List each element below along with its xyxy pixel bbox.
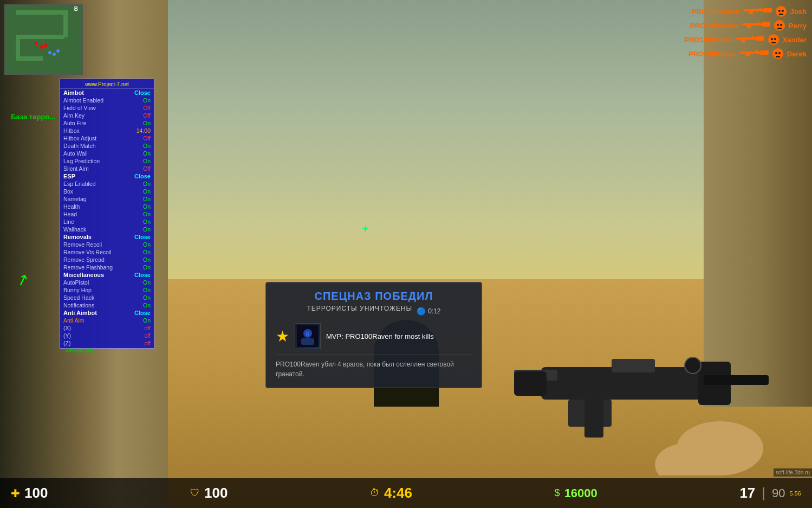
score-skull-icon-3 (768, 34, 779, 46)
win-timer-icon: 🔵 (417, 307, 426, 316)
svg-rect-38 (301, 338, 314, 345)
gun-area (460, 313, 785, 475)
map-path (63, 10, 68, 37)
watermark: soft-life.3dn.ru (774, 468, 812, 477)
svg-rect-28 (760, 50, 769, 55)
menu-row-silent-aim[interactable]: Silent AimOff (60, 165, 154, 172)
win-subtitle-row: ТЕРРОРИСТЫ УНИЧТОЖЕНЫ 🔵 0:12 (276, 305, 472, 318)
menu-row-autopistol[interactable]: AutoPistolOn (60, 279, 154, 286)
ammo-value: 17 (739, 485, 755, 501)
terror-base-label: База терро... (11, 113, 55, 121)
menu-row-esp-enabled[interactable]: Esp EnabledOn (60, 180, 154, 188)
score-row-1: PRO100Raven Josh (684, 5, 807, 17)
section-antiaimbot-close[interactable]: Close (134, 310, 151, 316)
svg-rect-9 (743, 23, 762, 25)
menu-row-remove-vis-recoil[interactable]: Remove Vis RecoilOn (60, 248, 154, 256)
menu-section-misc[interactable]: Miscellaneous Close (60, 271, 154, 279)
win-description: PRO100Raven убил 4 врагов, пока был осле… (276, 355, 472, 379)
win-avatar-image: R (295, 324, 320, 349)
hud-ammo-section: 17 | 90 5.56 (739, 485, 801, 501)
score-weapon-icon-4 (740, 48, 770, 60)
menu-row-x[interactable]: (X)off (60, 324, 154, 332)
score-skull-icon-2 (774, 20, 785, 31)
win-subtitle: ТЕРРОРИСТЫ УНИЧТОЖЕНЫ (307, 305, 412, 312)
svg-point-15 (777, 24, 779, 26)
svg-rect-4 (759, 8, 761, 9)
win-mvp-text: MVP: PRO100Raven for most kills (326, 332, 434, 340)
scoreboard: PRO100Raven Josh PRO100Raven (684, 5, 807, 62)
menu-row-wallhack[interactable]: WallhackOn (60, 226, 154, 233)
svg-rect-47 (612, 359, 655, 372)
menu-row-box[interactable]: BoxOn (60, 188, 154, 195)
svg-point-24 (771, 38, 773, 40)
minimap: B (4, 4, 83, 75)
menu-row-notifications[interactable]: NotificationsOn (60, 301, 154, 309)
menu-section-esp[interactable]: ESP Close (60, 172, 154, 180)
svg-rect-20 (741, 40, 745, 42)
score-team-name-4: PRO100Raven (688, 50, 737, 58)
cheat-menu[interactable]: www.Project-7.net Aimbot Close Aimbot En… (60, 79, 154, 349)
menu-row-aimkey[interactable]: Aim KeyOff (60, 112, 154, 119)
svg-point-33 (775, 52, 777, 54)
map-dot-enemy (35, 42, 38, 45)
menu-row-y[interactable]: (Y)off (60, 332, 154, 339)
menu-section-aimbot[interactable]: Aimbot Close (60, 89, 154, 97)
svg-rect-18 (737, 37, 756, 40)
section-esp-close[interactable]: Close (134, 173, 151, 179)
menu-row-z[interactable]: (Z)off (60, 339, 154, 347)
map-dot-team (56, 49, 60, 53)
weapon-name: 5.56 (790, 490, 801, 497)
score-weapon-icon-2 (742, 20, 771, 31)
menu-row-head[interactable]: HeadOn (60, 210, 154, 218)
win-timer-value: 0:12 (428, 307, 440, 315)
menu-row-speedhack[interactable]: Speed HackOn (60, 294, 154, 301)
section-aimbot-label: Aimbot (63, 89, 84, 96)
svg-rect-3 (743, 10, 745, 11)
timer-icon: ⏱ (370, 487, 380, 499)
svg-rect-11 (747, 25, 751, 28)
svg-rect-22 (752, 36, 753, 37)
menu-row-anti-aim[interactable]: Anti AimOn (60, 317, 154, 324)
armor-icon: 🛡 (190, 487, 200, 499)
menu-row-remove-spread[interactable]: Remove SpreadOn (60, 256, 154, 263)
menu-row-hitbox[interactable]: Hitbox14:00 (60, 127, 154, 134)
menu-row-hitbox-adjust[interactable]: Hitbox AdjustOff (60, 134, 154, 142)
menu-row-bunnyhop[interactable]: Bunny HopOn (60, 286, 154, 294)
score-enemy-name-3: Xander (783, 36, 807, 44)
svg-rect-35 (776, 56, 780, 57)
win-star-icon: ★ (276, 327, 289, 345)
menu-row-fov[interactable]: Field of ViewOff (60, 104, 154, 112)
menu-row-aimbot-enabled[interactable]: Aimbot EnabledOn (60, 97, 154, 104)
menu-row-autowall[interactable]: Auto WallOn (60, 150, 154, 157)
map-dot-enemy (44, 44, 47, 47)
minimap-label-b: B (74, 6, 78, 12)
win-timer: 🔵 0:12 (417, 307, 440, 316)
menu-row-remove-recoil[interactable]: Remove RecoilOn (60, 241, 154, 248)
svg-rect-46 (704, 375, 769, 385)
hud-money-section: $ 16000 (555, 486, 597, 500)
section-misc-label: Miscellaneous (63, 272, 104, 278)
svg-rect-21 (736, 38, 738, 39)
menu-row-nametag[interactable]: NametagOn (60, 195, 154, 203)
section-removals-close[interactable]: Close (134, 234, 151, 240)
hud-health-section: ✚ 100 (11, 485, 48, 501)
menu-row-remove-flashbang[interactable]: Remove FlashbangOn (60, 263, 154, 271)
section-misc-close[interactable]: Close (134, 272, 151, 278)
menu-row-line[interactable]: LineOn (60, 218, 154, 226)
menu-section-removals[interactable]: Removals Close (60, 233, 154, 241)
score-enemy-name-2: Perry (789, 22, 807, 30)
menu-row-health[interactable]: HealthOn (60, 203, 154, 210)
menu-section-antiaimbot[interactable]: Anti Aimbot Close (60, 309, 154, 317)
menu-row-lag-prediction[interactable]: Lag PredictionOn (60, 157, 154, 165)
section-aimbot-close[interactable]: Close (134, 89, 151, 96)
svg-rect-1 (763, 8, 772, 12)
svg-rect-0 (744, 9, 763, 11)
score-skull-icon-1 (775, 5, 787, 17)
menu-row-deathmatch[interactable]: Death MatchOn (60, 142, 154, 150)
hud-bottom: ✚ 100 🛡 100 ⏱ 4:46 $ 16000 17 | 90 5.56 (0, 478, 812, 508)
map-path (16, 56, 43, 61)
map-path (16, 10, 64, 15)
menu-row-autofire[interactable]: Auto FireOn (60, 119, 154, 127)
svg-point-48 (685, 357, 701, 374)
map-dot-enemy (40, 46, 43, 49)
